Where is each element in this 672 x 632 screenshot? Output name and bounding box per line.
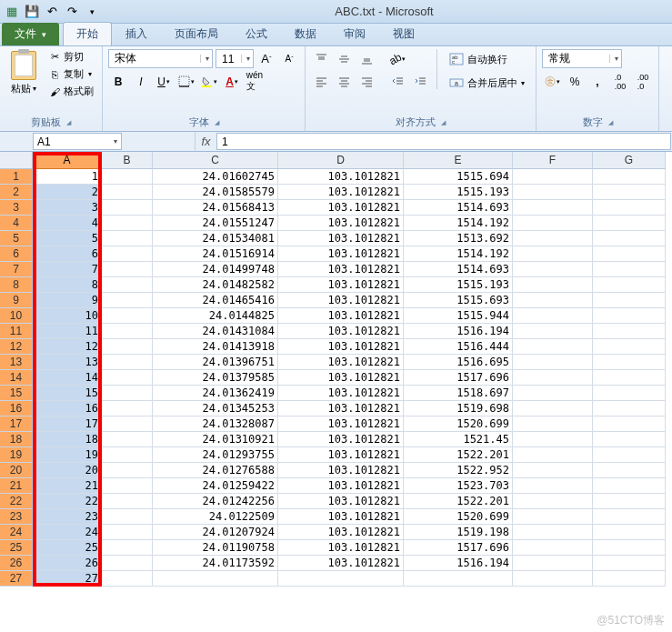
cell[interactable]: 1522.952: [404, 463, 513, 478]
cell[interactable]: [102, 370, 153, 386]
row-header[interactable]: 3: [0, 200, 33, 216]
cell[interactable]: [513, 416, 593, 432]
cell[interactable]: [513, 463, 593, 478]
cell[interactable]: [513, 525, 593, 540]
cell[interactable]: 24.01293755: [153, 447, 278, 463]
cell[interactable]: 24.01602745: [153, 169, 278, 185]
cell[interactable]: [593, 216, 666, 231]
row-header[interactable]: 23: [0, 509, 33, 525]
cell[interactable]: [102, 540, 153, 556]
cell[interactable]: [593, 447, 666, 463]
cell[interactable]: [593, 262, 666, 277]
cell[interactable]: 24.01568413: [153, 200, 278, 216]
cell[interactable]: [513, 386, 593, 401]
cell[interactable]: 103.1012821: [278, 494, 404, 509]
format-painter-button[interactable]: 🖌格式刷: [45, 84, 96, 99]
row-header[interactable]: 1: [0, 169, 33, 185]
cell[interactable]: 1515.693: [404, 293, 513, 308]
cell[interactable]: 17: [33, 416, 102, 432]
cell[interactable]: [593, 370, 666, 386]
cell[interactable]: [102, 494, 153, 509]
cell[interactable]: [593, 556, 666, 571]
cell[interactable]: [593, 355, 666, 370]
cell[interactable]: [102, 246, 153, 262]
cell[interactable]: [593, 324, 666, 339]
row-header[interactable]: 9: [0, 293, 33, 308]
cell[interactable]: 103.1012821: [278, 540, 404, 556]
cell[interactable]: 24.01259422: [153, 478, 278, 494]
cell[interactable]: 1: [33, 169, 102, 185]
accounting-format-button[interactable]: ㊎: [542, 72, 562, 91]
cell[interactable]: [513, 231, 593, 246]
row-header[interactable]: 5: [0, 231, 33, 246]
cell[interactable]: [513, 370, 593, 386]
cell[interactable]: 103.1012821: [278, 216, 404, 231]
cell[interactable]: 1514.693: [404, 200, 513, 216]
row-header[interactable]: 10: [0, 308, 33, 324]
cell[interactable]: 9: [33, 293, 102, 308]
row-header[interactable]: 8: [0, 277, 33, 293]
column-header-B[interactable]: B: [102, 152, 153, 169]
cell[interactable]: [102, 216, 153, 231]
cell[interactable]: [513, 200, 593, 216]
cell[interactable]: 24.0144825: [153, 308, 278, 324]
column-header-G[interactable]: G: [593, 152, 666, 169]
cell[interactable]: 21: [33, 478, 102, 494]
cell[interactable]: [593, 540, 666, 556]
cell[interactable]: [593, 200, 666, 216]
cell[interactable]: [513, 185, 593, 200]
row-header[interactable]: 12: [0, 339, 33, 355]
cell[interactable]: 1522.201: [404, 494, 513, 509]
cell[interactable]: [513, 509, 593, 525]
cell[interactable]: 24.01345253: [153, 401, 278, 416]
cell[interactable]: 1518.697: [404, 386, 513, 401]
cell[interactable]: [593, 401, 666, 416]
cell[interactable]: 22: [33, 494, 102, 509]
border-button[interactable]: [176, 72, 196, 91]
cell[interactable]: [102, 416, 153, 432]
cell[interactable]: [404, 571, 513, 587]
tab-6[interactable]: 视图: [379, 22, 428, 45]
cell[interactable]: 5: [33, 231, 102, 246]
cell[interactable]: 12: [33, 339, 102, 355]
cell[interactable]: 103.1012821: [278, 432, 404, 447]
cell[interactable]: 1519.698: [404, 401, 513, 416]
cell[interactable]: [513, 324, 593, 339]
cell[interactable]: 103.1012821: [278, 463, 404, 478]
column-header-F[interactable]: F: [513, 152, 593, 169]
cell[interactable]: [513, 494, 593, 509]
align-bottom-button[interactable]: [356, 49, 376, 68]
font-size-combo[interactable]: 11: [216, 49, 254, 68]
column-header-E[interactable]: E: [404, 152, 513, 169]
cell[interactable]: [513, 540, 593, 556]
cell[interactable]: [102, 509, 153, 525]
tab-3[interactable]: 公式: [232, 22, 281, 45]
cell[interactable]: [593, 339, 666, 355]
cell[interactable]: [102, 324, 153, 339]
row-header[interactable]: 19: [0, 447, 33, 463]
cell[interactable]: 103.1012821: [278, 509, 404, 525]
cell[interactable]: 27: [33, 571, 102, 587]
cell[interactable]: [593, 386, 666, 401]
row-header[interactable]: 13: [0, 355, 33, 370]
cell[interactable]: 24.01585579: [153, 185, 278, 200]
italic-button[interactable]: I: [131, 72, 151, 91]
cell[interactable]: [593, 277, 666, 293]
cell[interactable]: 24.01482582: [153, 277, 278, 293]
cell[interactable]: [102, 200, 153, 216]
cell[interactable]: [593, 463, 666, 478]
cell[interactable]: [593, 246, 666, 262]
cell[interactable]: 103.1012821: [278, 277, 404, 293]
cell[interactable]: [593, 416, 666, 432]
cell[interactable]: 1520.699: [404, 509, 513, 525]
cell[interactable]: 15: [33, 386, 102, 401]
cell[interactable]: [102, 355, 153, 370]
cell[interactable]: 14: [33, 370, 102, 386]
cell[interactable]: 103.1012821: [278, 401, 404, 416]
merge-center-button[interactable]: a 合并后居中 ▾: [444, 73, 530, 93]
cell[interactable]: 103.1012821: [278, 231, 404, 246]
paste-button[interactable]: 粘贴: [5, 49, 42, 97]
cell[interactable]: [593, 169, 666, 185]
cell[interactable]: 23: [33, 509, 102, 525]
cell[interactable]: [513, 277, 593, 293]
